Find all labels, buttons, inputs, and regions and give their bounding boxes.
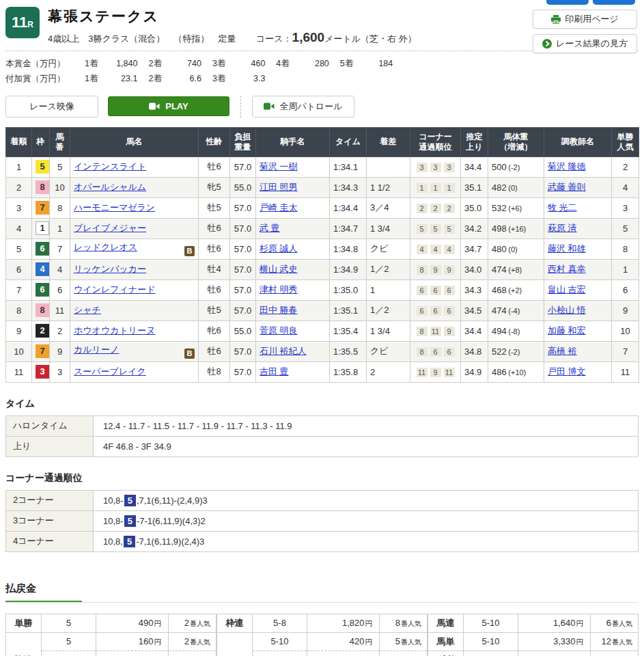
jockey-link[interactable]: 杉原 誠人 xyxy=(260,243,298,254)
blinker-badge: B xyxy=(184,246,195,256)
body-weight-diff: (-2) xyxy=(508,163,520,172)
trainer-link[interactable]: 戸田 博文 xyxy=(548,366,586,377)
frame-cell: 5 xyxy=(32,156,50,177)
cutoff-blue-button-2[interactable] xyxy=(593,0,635,5)
frame-number: 1 xyxy=(36,221,49,235)
jockey-link[interactable]: 菊沢 一樹 xyxy=(260,161,298,172)
trainer-link[interactable]: 小桧山 悟 xyxy=(548,305,586,315)
corner-position: 3 xyxy=(417,163,428,172)
horse-name-link[interactable]: シャチ xyxy=(74,305,101,315)
play-button[interactable]: PLAY xyxy=(108,96,229,116)
jockey-link[interactable]: 江田 照男 xyxy=(260,182,298,192)
body-weight: 494 (-8) xyxy=(488,320,544,341)
horse-name-link[interactable]: ウインレフィナード xyxy=(74,284,155,295)
time-section-title: タイム xyxy=(5,398,639,410)
column-header: 性齢 xyxy=(199,127,230,156)
corner-row-value: 10,8,5-7,1(6,11,9)(2,4)3 xyxy=(94,531,639,551)
body-weight: 468 (+2) xyxy=(488,279,544,300)
last-3f: 34.5 xyxy=(461,300,488,320)
horse-number: 2 xyxy=(50,320,70,341)
payout-amount: 400円 xyxy=(307,651,380,656)
result-row: 1 5 5 インテンスライト 牡6 57.0 菊沢 一樹 1:34.1 333 … xyxy=(6,156,639,177)
jockey-link[interactable]: 津村 明秀 xyxy=(260,284,298,295)
jockey-cell: 菊沢 一樹 xyxy=(256,156,330,177)
trainer-link[interactable]: 武藤 善則 xyxy=(548,182,586,192)
trainer-link[interactable]: 菊沢 隆徳 xyxy=(548,161,586,172)
body-weight: 500 (-2) xyxy=(488,156,544,177)
race-video-button[interactable]: レース映像 xyxy=(5,96,98,118)
corner-position: 3 xyxy=(430,163,441,172)
main-prize-line: 本賞金（万円） 1着1,8402着7403着4604着2805着184 xyxy=(5,57,639,72)
prize-rank-label: 4着 xyxy=(276,57,289,72)
highlighted-horse-number: 5 xyxy=(124,536,135,547)
trainer-link[interactable]: 西村 真幸 xyxy=(548,264,586,274)
horse-name-cell: シャチ xyxy=(70,300,199,320)
extra-prize-line: 付加賞（万円） 1着23.12着6.63着3.3 xyxy=(5,72,639,87)
cutoff-blue-button-1[interactable] xyxy=(546,0,589,5)
course-label: コース： xyxy=(256,33,292,44)
header-buttons: 印刷用ページ レース結果の見方 xyxy=(533,10,637,53)
body-weight-diff: (0) xyxy=(508,184,517,192)
payout-row: 枠連5-81,820円8番人気 xyxy=(217,614,428,632)
trainer-link[interactable]: 萩原 清 xyxy=(548,223,577,233)
result-guide-button[interactable]: レース結果の見方 xyxy=(533,34,637,53)
trainer-link[interactable]: 藤沢 和雄 xyxy=(548,243,586,254)
course-distance: 1,600 xyxy=(292,30,325,44)
sex-age: 牡5 xyxy=(199,197,230,218)
race-result-page: 11R 幕張ステークス 4歳以上 3勝クラス（混合） （特指） 定量 コース：1… xyxy=(0,0,644,656)
horse-name-link[interactable]: リッケンバッカー xyxy=(74,264,146,274)
jockey-link[interactable]: 田中 勝春 xyxy=(260,305,298,315)
trainer-cell: 加藤 和宏 xyxy=(544,320,612,341)
time-row-label: 上り xyxy=(6,436,94,456)
payout-row: 単勝5490円2番人気 xyxy=(6,614,216,632)
trainer-cell: 高橋 裕 xyxy=(544,341,612,361)
race-number: 11 xyxy=(12,14,27,31)
prize-value: 3.3 xyxy=(225,72,265,87)
time-row-label: ハロンタイム xyxy=(6,415,94,436)
bet-combination: 10 xyxy=(42,651,96,656)
column-header: 馬名 xyxy=(70,127,199,156)
horse-name-link[interactable]: レッドクレオス xyxy=(74,242,137,252)
column-header: 推定 上り xyxy=(461,127,488,156)
horse-name-link[interactable]: インテンスライト xyxy=(74,161,146,172)
video-camera-icon xyxy=(264,102,275,110)
trainer-cell: 畠山 吉宏 xyxy=(544,279,612,300)
jockey-link[interactable]: 石川 裕紀人 xyxy=(260,346,307,356)
horse-name-link[interactable]: オパールシャルム xyxy=(74,182,146,192)
payout-popularity: 6番人気 xyxy=(591,614,639,632)
frame-cell: 3 xyxy=(32,361,50,382)
carried-weight: 57.0 xyxy=(230,259,256,279)
jockey-link[interactable]: 横山 武史 xyxy=(260,264,298,274)
jockey-link[interactable]: 吉田 豊 xyxy=(260,366,289,377)
horse-name-link[interactable]: カルリーノ xyxy=(74,344,119,355)
column-header: 調教師名 xyxy=(544,127,612,156)
trainer-link[interactable]: 牧 光二 xyxy=(548,202,577,213)
corner-position: 5 xyxy=(430,224,441,234)
horse-name-link[interactable]: ホウオウカトリーヌ xyxy=(74,325,155,336)
margin xyxy=(367,156,410,177)
finish-position: 2 xyxy=(6,177,32,197)
frame-cell: 6 xyxy=(32,238,50,259)
jockey-link[interactable]: 戸崎 圭太 xyxy=(260,202,298,213)
jockey-link[interactable]: 菅原 明良 xyxy=(260,325,298,336)
trainer-link[interactable]: 畠山 吉宏 xyxy=(548,284,586,295)
corner-order-cell: 866 xyxy=(410,341,461,361)
win-favorite-rank: 8 xyxy=(612,238,639,259)
horse-name-link[interactable]: ハーモニーマゼラン xyxy=(74,202,155,213)
frame-cell: 4 xyxy=(32,259,50,279)
patrol-video-button[interactable]: 全周パトロール xyxy=(252,96,354,118)
race-header: 11R 幕張ステークス 4歳以上 3勝クラス（混合） （特指） 定量 コース：1… xyxy=(0,5,644,45)
print-page-button[interactable]: 印刷用ページ xyxy=(533,10,637,29)
trainer-link[interactable]: 高橋 裕 xyxy=(548,346,577,356)
finish-time: 1:34.3 xyxy=(330,177,367,197)
horse-name-link[interactable]: スーパーブレイク xyxy=(74,366,146,377)
trainer-link[interactable]: 加藤 和宏 xyxy=(548,325,586,336)
bet-type-label: 複勝 xyxy=(6,632,42,656)
results-body: 1 5 5 インテンスライト 牡6 57.0 菊沢 一樹 1:34.1 333 … xyxy=(6,156,639,382)
jockey-cell: 武 豊 xyxy=(256,218,330,238)
horse-name-link[interactable]: ブレイブメジャー xyxy=(74,223,146,233)
win-favorite-rank: 6 xyxy=(612,279,639,300)
jockey-link[interactable]: 武 豊 xyxy=(260,223,280,233)
jockey-cell: 吉田 豊 xyxy=(256,361,330,382)
carried-weight: 57.0 xyxy=(230,279,256,300)
